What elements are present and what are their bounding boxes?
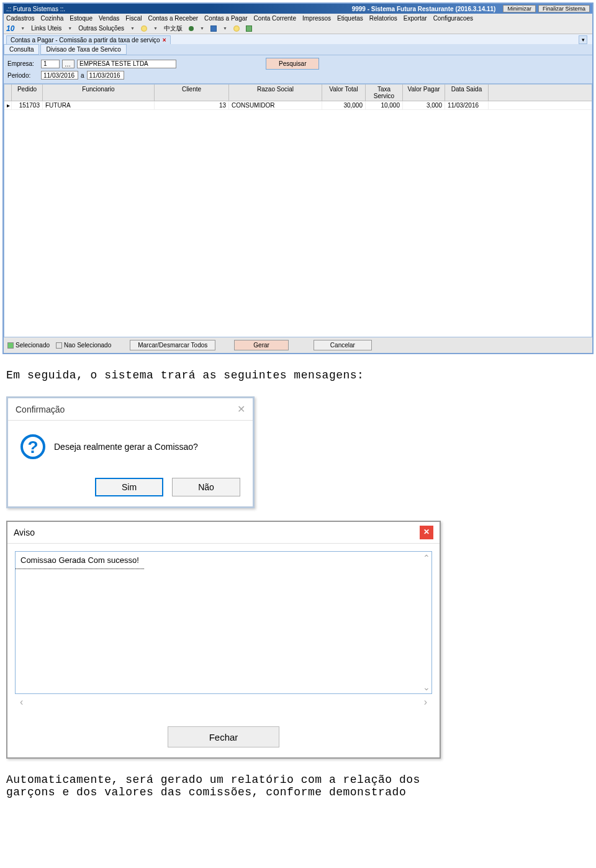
toolbar: 10 ▼ Links Uteis ▼ Outras Soluções ▼ ▼ 中… <box>4 23 592 34</box>
save-icon[interactable] <box>210 25 217 32</box>
cell-funcionario: FUTURA <box>43 101 155 109</box>
paragraph-2b: garçons e dos valores das comissões, con… <box>6 786 406 798</box>
close-app-button[interactable]: Finalizar Sistema <box>538 5 590 12</box>
app-window: .:: Futura Sistemas ::. 9999 - Sistema F… <box>2 2 594 354</box>
fechar-button[interactable]: Fechar <box>168 726 279 747</box>
aviso-title: Aviso <box>14 528 35 537</box>
minimize-button[interactable]: Minimizar <box>503 5 536 12</box>
col-razao[interactable]: Razao Social <box>229 85 322 101</box>
periodo-label: Periodo: <box>7 72 38 79</box>
menu-contas-pagar[interactable]: Contas a Pagar <box>204 15 248 22</box>
confirm-title: Confirmação <box>16 404 65 414</box>
footer-bar: Selecionado Nao Selecionado Marcar/Desma… <box>4 337 592 353</box>
menu-impressos[interactable]: Impressos <box>302 15 331 22</box>
menu-fiscal[interactable]: Fiscal <box>125 15 142 22</box>
close-icon[interactable]: ✕ <box>237 403 245 415</box>
empresa-code-input[interactable] <box>41 60 60 68</box>
menu-exportar[interactable]: Exportar <box>404 15 427 22</box>
col-data[interactable]: Data Saida <box>445 85 489 101</box>
row-marker-icon: ▸ <box>4 101 12 109</box>
yes-button[interactable]: Sim <box>95 478 163 496</box>
cancelar-button[interactable]: Cancelar <box>314 340 372 350</box>
dropdown-icon[interactable]: ▼ <box>20 26 25 30</box>
question-icon: ? <box>20 434 45 459</box>
close-tab-icon[interactable]: × <box>163 37 166 43</box>
tab-divisao[interactable]: Divisao de Taxa de Servico <box>40 44 126 55</box>
menubar: Cadastros Cozinha Estoque Vendas Fiscal … <box>4 14 592 23</box>
gerar-button[interactable]: Gerar <box>234 340 289 350</box>
cell-taxa: 10,000 <box>366 101 403 109</box>
grid-icon[interactable] <box>246 25 252 32</box>
periodo-from-input[interactable] <box>41 71 78 80</box>
dropdown-icon[interactable]: ▼ <box>130 26 135 30</box>
menu-cozinha[interactable]: Cozinha <box>41 15 64 22</box>
paragraph-2a: Automaticamente, será gerado um relatóri… <box>6 774 420 786</box>
menu-estoque[interactable]: Estoque <box>70 15 93 22</box>
col-pagar[interactable]: Valor Pagar <box>403 85 445 101</box>
cell-pagar: 3,000 <box>403 101 445 109</box>
confirm-message: Deseja realmente gerar a Comissao? <box>54 442 198 452</box>
doc-tab-label: Contas a Pagar - Comissão a partir da ta… <box>11 37 160 43</box>
cell-pedido: 151703 <box>12 101 43 109</box>
cell-valor: 30,000 <box>322 101 366 109</box>
scroll-up-icon[interactable]: ⌃ <box>423 553 430 563</box>
toolbar-ten[interactable]: 10 <box>6 24 14 33</box>
paragraph-1: Em seguida, o sistema trará as seguintes… <box>6 369 590 381</box>
close-icon[interactable]: ✕ <box>420 526 433 539</box>
aviso-memo[interactable]: Comissao Gerada Com sucesso! ⌃ ⌄ <box>15 551 432 694</box>
dropdown-icon[interactable]: ▼ <box>200 26 204 30</box>
titlebar-right: 9999 - Sistema Futura Restaurante (2016.… <box>352 6 496 12</box>
menu-conta-corrente[interactable]: Conta Corrente <box>254 15 296 22</box>
results-grid: Pedido Funcionario Cliente Razao Social … <box>4 84 592 337</box>
menu-etiquetas[interactable]: Etiquetas <box>337 15 363 22</box>
globe-icon[interactable] <box>141 25 147 32</box>
menu-vendas[interactable]: Vendas <box>99 15 119 22</box>
nao-selecionado-label: Nao Selecionado <box>64 342 111 349</box>
col-valor[interactable]: Valor Total <box>322 85 366 101</box>
toolbar-outras[interactable]: Outras Soluções <box>78 25 124 32</box>
paragraph-2: Automaticamente, será gerado um relatóri… <box>6 774 590 798</box>
search-button[interactable]: Pesquisar <box>266 58 319 70</box>
periodo-to-input[interactable] <box>87 71 124 80</box>
doc-tab[interactable]: Contas a Pagar - Comissão a partir da ta… <box>6 35 171 44</box>
cell-data: 11/03/2016 <box>445 101 489 109</box>
selecionado-icon <box>7 342 14 349</box>
col-taxa[interactable]: Taxa Servico <box>366 85 403 101</box>
col-pedido[interactable]: Pedido <box>12 85 43 101</box>
empresa-name-input[interactable] <box>77 60 176 68</box>
tabbar: Contas a Pagar - Comissão a partir da ta… <box>4 34 592 44</box>
lookup-button[interactable]: … <box>62 60 74 68</box>
world-icon[interactable] <box>233 25 240 32</box>
scroll-down-icon[interactable]: ⌄ <box>423 682 430 692</box>
periodo-sep: a <box>81 72 84 79</box>
no-button[interactable]: Não <box>172 478 240 496</box>
status-dot-icon[interactable] <box>189 26 194 31</box>
search-panel: Empresa: … Pesquisar Periodo: a <box>4 55 592 84</box>
aviso-dialog: Aviso ✕ Comissao Gerada Com sucesso! ⌃ ⌄… <box>6 521 441 759</box>
cell-cliente: 13 <box>155 101 229 109</box>
marcar-button[interactable]: Marcar/Desmarcar Todos <box>130 340 215 350</box>
menu-cadastros[interactable]: Cadastros <box>6 15 35 22</box>
aviso-message: Comissao Gerada Com sucesso! <box>16 552 144 569</box>
selecionado-label: Selecionado <box>16 342 50 349</box>
toolbar-chinese[interactable]: 中文版 <box>164 24 183 33</box>
toolbar-links[interactable]: Links Uteis <box>31 25 61 32</box>
table-row[interactable]: ▸ 151703 FUTURA 13 CONSUMIDOR 30,000 10,… <box>4 101 592 110</box>
empresa-label: Empresa: <box>7 60 38 67</box>
dropdown-icon[interactable]: ▼ <box>223 26 227 30</box>
dropdown-icon[interactable]: ▼ <box>153 26 158 30</box>
col-cliente[interactable]: Cliente <box>155 85 229 101</box>
confirm-dialog: Confirmação ✕ ? Deseja realmente gerar a… <box>6 396 255 508</box>
menu-contas-receber[interactable]: Contas a Receber <box>148 15 198 22</box>
menu-configuracoes[interactable]: Configuracoes <box>433 15 473 22</box>
tab-consulta[interactable]: Consulta <box>4 44 39 55</box>
menu-relatorios[interactable]: Relatorios <box>369 15 397 22</box>
nao-selecionado-icon <box>56 342 62 349</box>
col-funcionario[interactable]: Funcionario <box>43 85 155 101</box>
dropdown-icon[interactable]: ▼ <box>68 26 72 30</box>
scroll-left-icon[interactable]: ‹ <box>20 697 23 708</box>
grid-header: Pedido Funcionario Cliente Razao Social … <box>4 85 592 101</box>
tabs-dropdown-icon[interactable]: ▾ <box>579 35 587 44</box>
cell-razao: CONSUMIDOR <box>229 101 322 109</box>
scroll-right-icon[interactable]: › <box>424 697 427 708</box>
